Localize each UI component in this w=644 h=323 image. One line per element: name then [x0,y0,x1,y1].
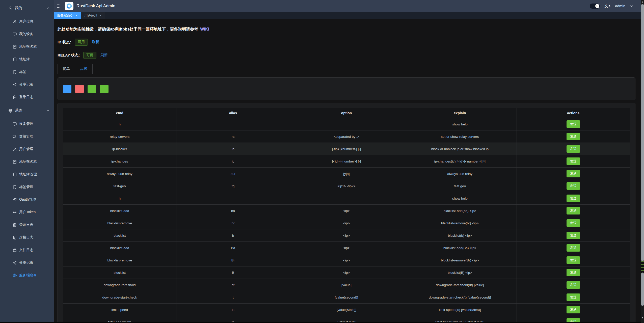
cell-option: <separated by ,> [290,130,403,143]
toolbar-button[interactable] [88,85,96,93]
chevron-up-icon[interactable] [47,109,50,112]
user-icon [13,147,17,151]
send-button[interactable]: 发送 [567,293,580,301]
collapse-sidebar-icon[interactable] [56,4,61,9]
send-button[interactable]: 发送 [567,120,580,128]
sidebar-item-设备管理[interactable]: 设备管理 [0,118,54,130]
user-menu[interactable]: admin [615,4,625,8]
book-icon [13,160,17,164]
sidebar-item-label: 地址簿管理 [19,172,37,177]
sidebar-item-登录日志[interactable]: 登录日志 [0,91,54,103]
cell-alias: Br [176,254,290,266]
sidebar-item-用户信息[interactable]: 用户信息 [0,15,54,28]
open-tab[interactable]: 用户信息 [81,12,105,19]
cell-explain: total-bandwidth(tb) [value(Mb/s)] [403,316,517,323]
sidebar-section-header[interactable]: 系统 [0,103,54,118]
sidebar-item-label: 群组管理 [19,134,33,139]
status-badge[interactable]: 可用 [83,52,96,59]
rustdesk-logo-icon [66,3,72,9]
send-button[interactable]: 发送 [567,195,580,202]
cell-alias: ic [176,155,290,168]
table-row: blocklist-remove Br <ip> blocklist-remov… [63,254,630,266]
sidebar-item-label: 用户管理 [19,147,33,151]
app-header: RustDesk Api Admin 文 A admin [54,0,641,12]
cell-alias: b [176,229,290,242]
sidebar-item-文件日志[interactable]: 文件日志 [0,244,54,256]
status-badge[interactable]: 可用 [75,39,88,46]
send-button[interactable]: 发送 [567,256,580,264]
sidebar-item-地址簿[interactable]: 地址簿 [0,53,54,66]
open-tab[interactable]: 服务端命令 [54,12,81,19]
send-button[interactable]: 发送 [567,145,580,153]
cell-actions: 发送 [517,205,630,217]
chevron-up-icon[interactable] [47,7,50,10]
send-button[interactable]: 发送 [567,219,580,227]
send-button[interactable]: 发送 [567,269,580,276]
scroll-up-icon[interactable] [641,0,644,4]
sidebar-item-标签[interactable]: 标签 [0,66,54,78]
toolbar-button[interactable] [100,85,109,93]
toolbar-button[interactable] [75,85,84,93]
sidebar-item-群组管理[interactable]: 群组管理 [0,130,54,143]
notebook-icon [13,172,17,177]
vertical-scrollbar[interactable] [641,0,644,323]
toolbar-button[interactable] [63,85,71,93]
send-button[interactable]: 发送 [567,244,580,252]
table-row: blacklist b <ip> blacklist(b) <ip> 发送 [63,229,630,242]
wiki-link[interactable]: WIKI [200,27,209,31]
send-button[interactable]: 发送 [567,182,580,190]
cell-explain: limit-speed(ls) [value(Mb/s)] [403,304,517,316]
sidebar-item-用户管理[interactable]: 用户管理 [0,143,54,155]
sidebar-item-Oauth管理[interactable]: Oauth管理 [0,193,54,206]
sidebar-item-label: 地址簿名称 [19,159,37,164]
refresh-link[interactable]: 刷新 [100,53,108,58]
sidebar-item-标签管理[interactable]: 标签管理 [0,181,54,193]
cell-explain: show help [403,118,517,130]
cell-alias: br [176,217,290,229]
send-button[interactable]: 发送 [567,157,580,165]
sidebar-item-分享记录[interactable]: 分享记录 [0,78,54,91]
sidebar-item-我的设备[interactable]: 我的设备 [0,28,54,40]
sidebar-item-服务端命令[interactable]: 服务端命令 [0,269,54,282]
send-button[interactable]: 发送 [567,281,580,289]
sidebar-section-label: 我的 [15,6,22,10]
cell-actions: 发送 [517,155,630,168]
cell-option: <ip> [290,254,403,266]
sidebar-item-地址簿名称[interactable]: 地址簿名称 [0,40,54,53]
sidebar-item-label: 地址簿 [19,57,30,62]
mode-tab-label: 简单 [63,67,70,71]
language-switch-icon[interactable]: 文 A [604,4,610,8]
sidebar-item-分享记录[interactable]: 分享记录 [0,256,54,269]
open-tabs-bar: 服务端命令 用户信息 [54,12,641,19]
sidebar-item-用户Token[interactable]: 用户Token [0,206,54,219]
sidebar-item-登录日志[interactable]: 登录日志 [0,219,54,231]
theme-toggle[interactable] [590,4,600,9]
send-button[interactable]: 发送 [567,207,580,214]
close-icon[interactable] [99,14,102,17]
send-button[interactable]: 发送 [567,232,580,239]
send-button[interactable]: 发送 [567,306,580,313]
send-button[interactable]: 发送 [567,170,580,177]
cell-option: [value(second)] [290,291,403,304]
cell-explain: blacklist(b) <ip> [403,229,517,242]
sidebar-item-连接日志[interactable]: 连接日志 [0,231,54,244]
sidebar-section-header[interactable]: 我的 [0,1,54,15]
cell-alias: ib [176,143,290,155]
scroll-down-icon[interactable] [641,316,644,319]
mode-tab[interactable]: 高级 [75,64,93,74]
sidebar-section-label: 系统 [15,108,22,113]
sidebar: 我的 用户信息 我的设备 地址簿名称 地址簿 标签 分享记录 登录日志 系统 设… [0,0,54,322]
bookmark-icon [13,70,17,74]
mode-tab[interactable]: 简单 [58,64,75,74]
scrollbar-thumb[interactable] [641,4,644,261]
close-icon[interactable] [75,14,78,17]
refresh-link[interactable]: 刷新 [92,40,99,44]
chevron-down-icon[interactable] [630,4,633,8]
send-button[interactable]: 发送 [567,133,580,140]
sidebar-item-地址簿管理[interactable]: 地址簿管理 [0,168,54,181]
scrollbar-thumb[interactable] [641,273,644,306]
sidebar-item-地址簿名称[interactable]: 地址簿名称 [0,155,54,168]
user-icon [13,19,17,24]
sidebar-item-label: 登录日志 [19,223,33,227]
cell-option: [value(Mb/s)] [290,304,403,316]
